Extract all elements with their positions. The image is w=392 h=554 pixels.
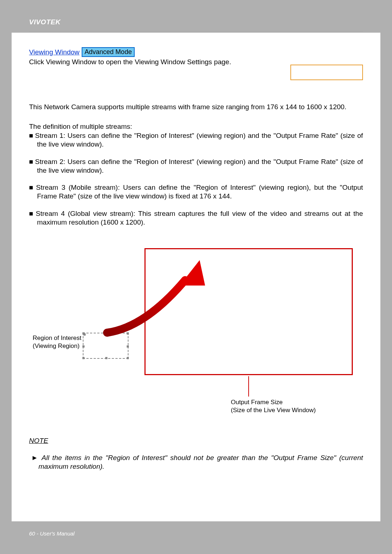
definitions-heading: The definition of multiple streams:: [29, 122, 363, 131]
roi-label: Region of Interest (Viewing Region): [33, 334, 81, 350]
arrow-icon: [91, 251, 225, 338]
roi-label-line1: Region of Interest: [33, 334, 81, 342]
bullet-icon: ■: [29, 210, 34, 217]
page-footer: 60 - User's Manual: [29, 530, 74, 537]
output-label-line2: (Size of the Live View Window): [231, 406, 316, 414]
stream-item-3: ■Stream 3 (Mobile stream): Users can def…: [29, 183, 363, 201]
stream-1-text: Stream 1: Users can define the "Region o…: [35, 132, 363, 148]
stream-item-1: ■Stream 1: Users can define the "Region …: [29, 131, 363, 149]
output-label-line1: Output Frame Size: [231, 398, 316, 406]
page-header: VIVOTEK: [12, 18, 380, 32]
output-label: Output Frame Size (Size of the Live View…: [231, 398, 316, 414]
triangle-right-icon: ►: [31, 454, 38, 461]
section-title-row: Viewing Window Advanced Mode: [29, 47, 363, 57]
diagram-area: Region of Interest (Viewing Region): [29, 248, 363, 419]
stream-4-text: Stream 4 (Global view stream): This stre…: [36, 210, 363, 226]
page-background: VIVOTEK Viewing Window Advanced Mode Cli…: [12, 0, 380, 554]
bullet-icon: ■: [29, 184, 34, 191]
brand-label: VIVOTEK: [29, 18, 363, 26]
roi-label-line2: (Viewing Region): [33, 342, 81, 350]
note-item: ► All the items in the "Region of Intere…: [29, 454, 363, 471]
page-content: Viewing Window Advanced Mode Click Viewi…: [29, 47, 363, 471]
note-heading: NOTE: [29, 437, 363, 445]
stream-item-4: ■Stream 4 (Global view stream): This str…: [29, 209, 363, 227]
bullet-icon: ■: [29, 132, 33, 139]
viewing-window-link[interactable]: Viewing Window: [29, 48, 79, 56]
note-item-text: All the items in the "Region of Interest…: [38, 454, 363, 470]
footer-band: [12, 521, 380, 554]
advanced-mode-badge: Advanced Mode: [82, 47, 135, 57]
callout-box: [290, 65, 363, 80]
stream-list: ■Stream 1: Users can define the "Region …: [29, 131, 363, 226]
stream-3-text: Stream 3 (Mobile stream): Users can defi…: [36, 184, 363, 200]
bullet-icon: ■: [29, 158, 33, 165]
stream-item-2: ■Stream 2: Users can define the "Region …: [29, 157, 363, 175]
intro-paragraph: This Network Camera supports multiple st…: [29, 103, 363, 111]
svg-marker-0: [180, 260, 205, 286]
header-divider: [29, 31, 363, 32]
stream-2-text: Stream 2: Users can define the "Region o…: [35, 158, 363, 174]
output-connector-line: [248, 376, 249, 397]
note-section: NOTE ► All the items in the "Region of I…: [29, 437, 363, 471]
